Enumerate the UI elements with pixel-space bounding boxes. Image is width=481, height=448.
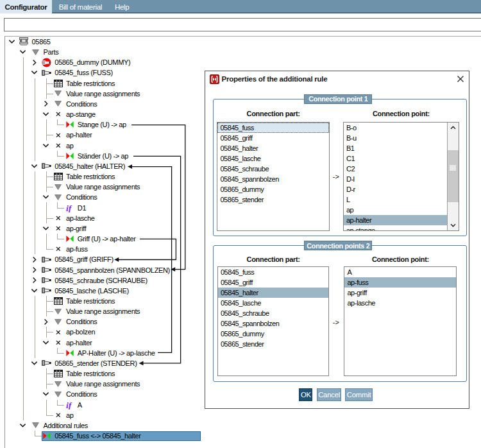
chevron-down-icon[interactable] [31,164,38,169]
tab-configurator[interactable]: Configurator [0,0,52,13]
chevron-right-icon[interactable] [32,266,37,273]
list-item[interactable]: 05845_fuss [217,123,329,133]
list-item[interactable]: B1 [344,143,447,153]
tree-expander[interactable] [31,164,38,169]
connection-point-x-icon [56,340,61,345]
tree-row-icon [54,173,63,180]
list-item[interactable]: 05845_halter [217,143,329,153]
list-item[interactable]: B-u [344,133,447,143]
tree-row[interactable]: ap [5,410,480,420]
tree-expander[interactable] [32,266,37,273]
connection-point-x-icon [56,330,61,335]
tree-row[interactable]: 05865_dummy (DUMMY) [5,57,480,67]
list-item[interactable]: A [344,267,456,277]
scroll-up-button[interactable] [448,123,459,133]
tree-expander[interactable] [32,277,37,284]
cancel-button[interactable]: Cancel [317,388,342,401]
chevron-right-icon[interactable] [44,100,49,107]
list-item[interactable]: 05845_lasche [217,153,329,164]
tree-row[interactable]: Additional rules [5,420,480,431]
tree-expander[interactable] [19,423,26,428]
chevron-right-icon[interactable] [32,256,37,263]
list-item[interactable]: 05845_schraube [218,308,329,318]
list-item[interactable]: ap-griff [344,288,456,298]
chevron-down-icon[interactable] [42,112,49,117]
list-item[interactable]: D-r [344,184,447,194]
list-item[interactable]: 05865_stender [218,339,329,349]
tree-row[interactable]: 05865 [5,37,480,47]
list-item[interactable]: L [344,194,447,205]
tree-expander[interactable] [31,288,38,293]
list-item[interactable]: ap-stange [344,225,447,231]
list-item[interactable]: 05845_griff [217,133,329,143]
tree-expander[interactable] [31,70,38,75]
connection-point-list[interactable]: B-oB-uB1C1C2D-lD-rLapap-halterap-stange [343,122,459,231]
list-item[interactable]: 05845_lasche [218,298,329,308]
tree-row-label: Parts [43,48,58,56]
chevron-down-icon[interactable] [31,288,38,293]
tree-expander[interactable] [42,143,49,148]
tree-expander[interactable] [31,361,38,366]
list-item[interactable]: 05845_spannbolzen [217,174,329,184]
list-item[interactable]: D-l [344,174,447,184]
commit-button[interactable]: Commit [345,388,373,401]
tree-row-label: 05865_stender (STENDER) [55,359,137,367]
tree-row-icon [55,319,62,325]
chevron-right-icon[interactable] [44,318,49,325]
connection-part-list[interactable]: 05845_fuss05845_griff05845_halter05845_l… [217,266,330,376]
tree-row-label: 05845_lasche (LASCHE) [55,287,129,295]
chevron-down-icon[interactable] [42,392,49,397]
query-input[interactable] [4,18,481,31]
chevron-down-icon[interactable] [42,194,49,200]
tree-expander[interactable] [44,318,49,325]
tree-expander[interactable] [19,49,26,55]
tree-expander[interactable] [32,256,37,263]
tree-expander[interactable] [32,59,37,66]
tree-row[interactable]: 05845_fuss <-> 05845_halter [5,431,480,441]
tree-row-icon [32,49,39,55]
tree-expander[interactable] [42,392,49,397]
category-triangle-icon [32,422,39,428]
list-item[interactable]: ap-halter [344,215,447,225]
chevron-down-icon[interactable] [31,70,38,75]
connection-point-list[interactable]: Aap-fussap-griffap-lasche [344,266,457,376]
chevron-down-icon[interactable] [42,143,49,148]
list-item[interactable]: C2 [344,164,447,174]
list-item[interactable]: 05845_fuss [218,267,329,277]
list-item[interactable]: 05865_stender [217,194,329,205]
chevron-down-icon[interactable] [19,423,26,428]
list-item[interactable]: ap-lasche [344,298,456,308]
tree-expander[interactable] [42,226,49,231]
chevron-right-icon[interactable] [32,277,37,284]
tree-expander[interactable] [42,194,49,200]
list-item[interactable]: ap-fuss [344,277,456,288]
chevron-down-icon[interactable] [42,340,49,345]
scrollbar-thumb[interactable] [448,150,459,202]
chevron-down-icon[interactable] [19,49,26,55]
ok-button[interactable]: OK [299,388,312,401]
tree-row[interactable]: Parts [5,47,480,57]
list-item[interactable]: 05865_dummy [218,329,329,339]
connection-part-list[interactable]: 05845_fuss05845_griff05845_halter05845_l… [217,122,330,231]
list-item[interactable]: C1 [344,153,447,164]
list-item[interactable]: 05845_schraube [217,164,329,174]
chevron-right-icon[interactable] [32,59,37,66]
scroll-down-button[interactable] [448,220,459,230]
tree-expander[interactable] [44,100,49,107]
chevron-down-icon[interactable] [42,226,49,231]
chevron-down-icon[interactable] [8,39,15,44]
list-item[interactable]: B-o [344,123,447,133]
tree-expander[interactable] [42,340,49,345]
chevron-down-icon[interactable] [31,361,38,366]
list-item[interactable]: 05845_griff [218,277,329,288]
tree-expander[interactable] [42,112,49,117]
list-item[interactable]: ap [344,205,447,215]
list-item[interactable]: 05845_halter [218,288,329,298]
close-icon[interactable] [455,73,466,85]
vertical-scrollbar[interactable] [447,123,459,230]
tree-expander[interactable] [8,39,15,44]
tab-bill-of-material[interactable]: Bill of material [59,0,102,13]
list-item[interactable]: 05865_dummy [217,184,329,194]
tab-help[interactable]: Help [115,0,129,13]
list-item[interactable]: 05845_spannbolzen [218,318,329,329]
